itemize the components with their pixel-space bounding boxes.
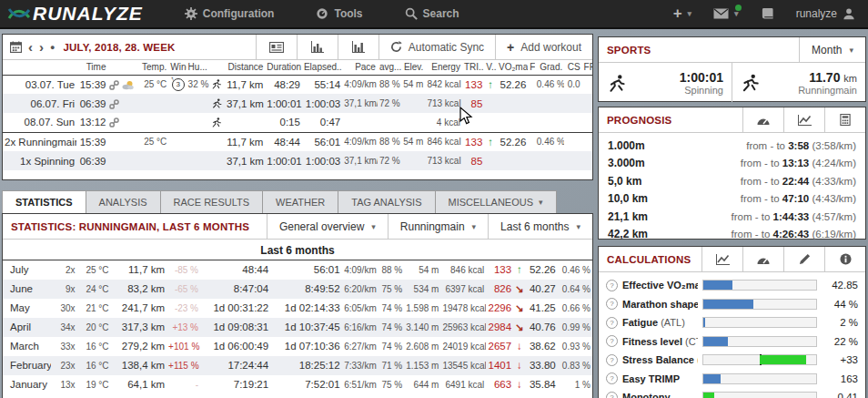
stats-cell-grad: 0.99 %: [558, 318, 592, 337]
stats-cell-delta: +101 %: [167, 337, 200, 356]
user-menu[interactable]: runalyze: [796, 7, 855, 20]
stats-cell-duration: 1d 06:00:49: [200, 337, 270, 356]
week-cell-elev: 54 m: [401, 132, 425, 151]
stats-row: May30x21 °C241,7 km-23 %1d 00:31:221d 02…: [3, 299, 592, 318]
bar-chart-view-button[interactable]: [297, 35, 338, 59]
range-dropdown[interactable]: Last 6 months ▾: [488, 214, 592, 239]
stats-cell-temp: 21 °C: [77, 299, 111, 318]
stats-cell-duration: 1d 09:08:31: [200, 318, 270, 337]
week-row[interactable]: 1x Spinning06:3937,1 km1:00:011:00:0337,…: [3, 151, 592, 170]
brand-logo[interactable]: RUNALYZE: [7, 3, 143, 25]
calculator-icon[interactable]: [824, 107, 865, 132]
week-col-hum: Hu...: [187, 60, 209, 75]
add-workout-button[interactable]: + Add workout: [495, 35, 592, 59]
stats-cell-month: June: [3, 280, 51, 299]
pencil-icon[interactable]: [783, 247, 824, 271]
week-row[interactable]: 08.07. Sun13:120:150:474 kcal: [3, 113, 592, 132]
tab-miscellaneous[interactable]: MISCELLANEOUS▾: [435, 190, 557, 214]
week-col-avg: avg....: [378, 60, 401, 75]
week-col-duration: Duration: [265, 60, 302, 75]
link-icon: [109, 80, 119, 90]
help-icon[interactable]: ?: [606, 298, 618, 310]
today-icon[interactable]: ●: [50, 43, 55, 52]
stats-cell-trimp: 2296: [486, 299, 513, 318]
week-cell-date: 1x Spinning: [3, 151, 76, 170]
week-cell-cs: [564, 132, 581, 151]
sport-summary-spinning[interactable]: 1:00:01 Spinning: [599, 63, 732, 102]
statistics-tabs: STATISTICSANALYSISRACE RESULTSWEATHERTAG…: [2, 189, 557, 214]
prev-week-button[interactable]: ‹: [28, 40, 33, 54]
gauge-icon[interactable]: [742, 247, 783, 271]
tab-tag-analysis[interactable]: TAG ANALYSIS: [338, 190, 434, 214]
help-icon[interactable]: ?: [606, 317, 618, 329]
help-icon[interactable]: ?: [606, 372, 618, 384]
stats-cell-vo2max: 52.26: [526, 260, 558, 280]
chevron-down-icon: ▾: [371, 222, 376, 231]
gauge-icon[interactable]: [742, 107, 783, 132]
week-cell-avg: 72 %: [378, 94, 401, 113]
line-chart-icon[interactable]: [783, 107, 824, 132]
week-col-energy: Energy: [425, 60, 462, 75]
docs-button[interactable]: [761, 7, 774, 20]
stats-cell-duration: 7:19:21: [200, 375, 270, 394]
stats-cell-duration: 17:24:44: [200, 356, 270, 375]
week-col-trimp: TRI...: [462, 60, 484, 75]
stats-cell-month: February: [3, 356, 51, 375]
help-icon[interactable]: ?: [606, 280, 618, 291]
tab-statistics[interactable]: STATISTICS: [2, 190, 86, 214]
stats-cell-elapsed: 8:49:52: [270, 280, 341, 299]
calc-value: 44 %: [822, 299, 858, 310]
tab-analysis[interactable]: ANALYSIS: [86, 190, 160, 214]
stats-cell-pace: 4:09/km: [342, 260, 378, 280]
week-cell-wind: [168, 132, 186, 151]
prognosis-title: PROGNOSIS: [599, 115, 742, 126]
calendar-icon[interactable]: [10, 41, 22, 53]
chevron-down-icon: ▾: [539, 198, 543, 207]
nav-tools[interactable]: Tools: [316, 7, 362, 20]
stats-cell-grad: 0.66 %: [558, 299, 592, 318]
week-cell-fff: [528, 132, 534, 151]
stats-cell-count: 2x: [51, 260, 77, 280]
week-col-vo2max: VO₂max: [497, 60, 528, 75]
week-row[interactable]: 2x Runningmain15:3925 °C11,7 km48:4456:0…: [3, 132, 592, 151]
prognosis-time: from - to 3:58 (3:58/km): [746, 140, 856, 151]
calc-label: Monotony: [622, 392, 698, 398]
sports-range-dropdown[interactable]: Month ▾: [799, 37, 865, 62]
stats-cell-pace: 6:16/km: [342, 318, 378, 337]
stats-cell-elapsed: 1d 10:37:45: [270, 318, 341, 337]
week-row[interactable]: 03.07. Tue15:3925 °C↑332 %11,7 km48:2955…: [3, 75, 592, 94]
tab-weather[interactable]: WEATHER: [262, 190, 338, 214]
vo2max-trend-icon: ↑: [488, 137, 493, 148]
stats-cell-energy: 6397 kcal: [440, 280, 486, 299]
overview-dropdown[interactable]: General overview ▾: [267, 214, 388, 239]
link-icon: [109, 99, 119, 109]
analysis-chart-view-button[interactable]: [338, 35, 378, 59]
help-icon[interactable]: ?: [606, 354, 618, 366]
week-cell-ff: [582, 132, 592, 151]
sport-summary-running[interactable]: 11.70 km Runningmain: [732, 63, 865, 102]
week-cell-avg: 72 %: [378, 151, 401, 170]
automatic-sync-button[interactable]: Automatic Sync: [378, 35, 495, 59]
week-cell-temp: 25 °C: [139, 132, 168, 151]
prognosis-time: from - to 47:10 (4:43/km): [741, 193, 856, 204]
week-cell-date: 03.07. Tue: [3, 75, 76, 94]
stats-cell-elev: 534 m: [404, 280, 440, 299]
add-menu-button[interactable]: + ▾: [673, 5, 691, 23]
week-cell-date: 06.07. Fri: [3, 94, 76, 113]
next-week-button[interactable]: ›: [39, 40, 44, 54]
week-col-trend: V...: [484, 60, 497, 75]
messages-button[interactable]: ▾: [713, 8, 739, 19]
tab-race-results[interactable]: RACE RESULTS: [160, 190, 263, 214]
sport-dropdown[interactable]: Runningmain ▾: [388, 214, 488, 239]
nav-configuration[interactable]: Configuration: [185, 7, 275, 20]
info-icon[interactable]: [824, 247, 865, 271]
prognosis-distance: 5,0 km: [608, 175, 641, 188]
help-icon[interactable]: ?: [606, 335, 618, 347]
week-cell-wind: [168, 151, 186, 170]
workout-card-view-button[interactable]: [256, 35, 297, 59]
help-icon[interactable]: ?: [606, 392, 618, 398]
calc-bar: [702, 299, 817, 310]
week-row[interactable]: 06.07. Fri06:3937,1 km1:00:011:00:0337,1…: [3, 94, 592, 113]
nav-search[interactable]: Search: [405, 7, 459, 20]
line-chart-icon[interactable]: [701, 247, 742, 271]
